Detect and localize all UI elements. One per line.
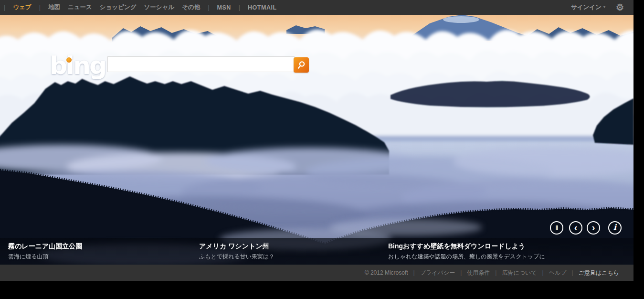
sign-in-button[interactable]: サインイン▾ <box>571 3 605 11</box>
bing-logo[interactable]: bing ™ <box>50 51 109 85</box>
nav-item-shopping[interactable]: ショッピング <box>100 3 137 11</box>
footer-separator: | <box>460 269 462 276</box>
footer-separator: | <box>542 269 544 276</box>
bing-logo-text: bing <box>50 51 106 80</box>
caption-title[interactable]: Bingおすすめ壁紙を無料ダウンロードしよう <box>388 242 545 251</box>
footer-separator: | <box>413 269 415 276</box>
page: | ウェブ | 地図 ニュース ショッピング ソーシャル その他 | MSN |… <box>0 0 644 299</box>
logo-i-dot <box>66 57 72 63</box>
nav-item-web[interactable]: ウェブ <box>13 3 31 11</box>
nav-right-group: サインイン▾ ⚙ <box>571 3 633 12</box>
next-image-button[interactable]: › <box>587 221 600 235</box>
caption-title[interactable]: アメリカ ワシントン州 <box>199 242 274 251</box>
caption-subtitle: おしゃれな建築や話題の場所、癒しの風景をデスクトップに <box>388 253 545 261</box>
footer-link-terms[interactable]: 使用条件 <box>467 269 490 277</box>
search-icon <box>296 60 306 70</box>
caption-subtitle: ふもとで採れる甘い果実は？ <box>199 253 274 261</box>
previous-image-button[interactable]: ‹ <box>569 221 582 235</box>
search-input[interactable] <box>107 56 295 72</box>
nav-item-hotmail[interactable]: HOTMAIL <box>248 4 276 11</box>
browser-viewport: | ウェブ | 地図 ニュース ショッピング ソーシャル その他 | MSN |… <box>0 0 633 281</box>
footer-link-feedback[interactable]: ご意見はこちら <box>579 269 619 277</box>
settings-gear-icon[interactable]: ⚙ <box>616 3 624 12</box>
top-nav: | ウェブ | 地図 ニュース ショッピング ソーシャル その他 | MSN |… <box>0 0 633 15</box>
footer-link-help[interactable]: ヘルプ <box>549 269 567 277</box>
footer-separator: | <box>495 269 496 276</box>
footer-link-privacy[interactable]: プライバシー <box>420 269 455 277</box>
nav-separator: | <box>208 4 209 11</box>
caption-wallpaper-promo: Bingおすすめ壁紙を無料ダウンロードしよう おしゃれな建築や話題の場所、癒しの… <box>388 238 545 261</box>
copyright-text: © 2012 Microsoft <box>365 269 408 276</box>
nav-item-social[interactable]: ソーシャル <box>144 3 175 11</box>
nav-item-news[interactable]: ニュース <box>68 3 92 11</box>
caption-title[interactable]: 霧のレーニア山国立公園 <box>8 242 82 251</box>
footer-bar: © 2012 Microsoft | プライバシー | 使用条件 | 広告につい… <box>0 265 633 281</box>
footer-link-advertise[interactable]: 広告について <box>502 269 537 277</box>
chevron-down-icon: ▾ <box>603 5 605 9</box>
nav-separator: | <box>39 4 41 11</box>
nav-separator: | <box>239 4 240 11</box>
sign-in-label: サインイン <box>571 4 602 11</box>
caption-location: アメリカ ワシントン州 ふもとで採れる甘い果実は？ <box>199 238 274 261</box>
pause-button[interactable]: ‖ <box>550 221 563 235</box>
caption-strip: 霧のレーニア山国立公園 雲海に煙る山頂 アメリカ ワシントン州 ふもとで採れる甘… <box>0 238 633 265</box>
info-button[interactable]: i <box>608 221 622 235</box>
search-button[interactable] <box>294 57 309 73</box>
nav-item-msn[interactable]: MSN <box>217 4 231 11</box>
nav-item-maps[interactable]: 地図 <box>48 3 60 11</box>
nav-item-more[interactable]: その他 <box>182 3 200 11</box>
footer-separator: | <box>571 269 573 276</box>
caption-subtitle: 雲海に煙る山頂 <box>8 253 82 261</box>
caption-park: 霧のレーニア山国立公園 雲海に煙る山頂 <box>8 238 82 261</box>
hero-area: bing ™ ‖ ‹ › i <box>0 15 633 265</box>
nav-separator: | <box>4 4 5 11</box>
